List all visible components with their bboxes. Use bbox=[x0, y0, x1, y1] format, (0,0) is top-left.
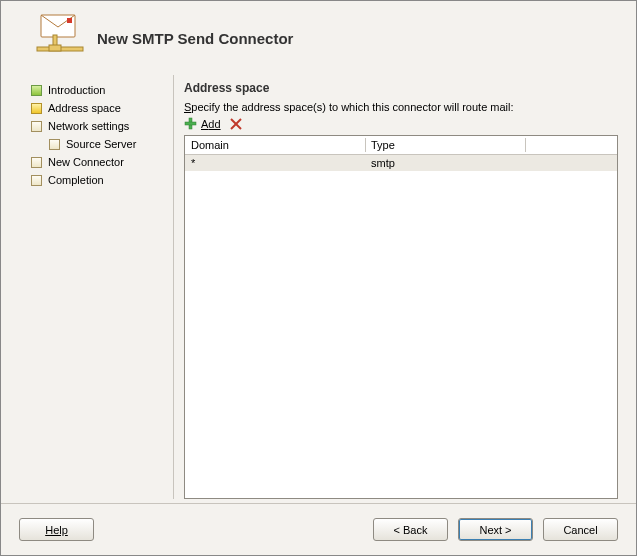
table-body: * smtp bbox=[185, 155, 617, 498]
address-space-toolbar: Add bbox=[184, 117, 618, 131]
back-button[interactable]: < Back bbox=[373, 518, 448, 541]
wizard-steps-nav: Introduction Address space Network setti… bbox=[17, 75, 167, 503]
nav-step-label: Network settings bbox=[48, 120, 129, 132]
plus-icon bbox=[184, 117, 198, 131]
table-row[interactable]: * smtp bbox=[185, 155, 617, 171]
add-button[interactable]: Add bbox=[184, 117, 221, 131]
table-header: Domain Type bbox=[185, 136, 617, 155]
step-indicator-icon bbox=[31, 175, 42, 186]
step-indicator-icon bbox=[31, 157, 42, 168]
svg-rect-1 bbox=[67, 18, 72, 23]
nav-step-label: New Connector bbox=[48, 156, 124, 168]
address-space-table: Domain Type * smtp bbox=[184, 135, 618, 499]
nav-step-label: Introduction bbox=[48, 84, 105, 96]
step-indicator-icon bbox=[49, 139, 60, 150]
nav-step-completion[interactable]: Completion bbox=[31, 171, 167, 189]
nav-step-source-server[interactable]: Source Server bbox=[31, 135, 167, 153]
nav-step-introduction[interactable]: Introduction bbox=[31, 81, 167, 99]
svg-rect-6 bbox=[185, 122, 196, 125]
mail-connector-icon bbox=[31, 9, 89, 67]
cell-domain: * bbox=[185, 155, 365, 171]
step-indicator-icon bbox=[31, 121, 42, 132]
remove-button[interactable] bbox=[229, 117, 243, 131]
nav-step-label: Address space bbox=[48, 102, 121, 114]
column-domain[interactable]: Domain bbox=[185, 136, 365, 154]
nav-step-label: Source Server bbox=[66, 138, 136, 150]
column-spacer bbox=[525, 136, 617, 154]
wizard-header: New SMTP Send Connector bbox=[1, 1, 636, 75]
nav-step-new-connector[interactable]: New Connector bbox=[31, 153, 167, 171]
wizard-content: Introduction Address space Network setti… bbox=[1, 75, 636, 503]
nav-step-network-settings[interactable]: Network settings bbox=[31, 117, 167, 135]
page-description-rest: pecify the address space(s) to which thi… bbox=[191, 101, 513, 113]
wizard-window: New SMTP Send Connector Introduction Add… bbox=[0, 0, 637, 556]
wizard-footer: Help < Back Next > Cancel bbox=[1, 503, 636, 555]
cell-type: smtp bbox=[365, 155, 525, 171]
next-button[interactable]: Next > bbox=[458, 518, 533, 541]
vertical-divider bbox=[173, 75, 174, 499]
column-type[interactable]: Type bbox=[365, 136, 525, 154]
cancel-button[interactable]: Cancel bbox=[543, 518, 618, 541]
wizard-page: Address space Specify the address space(… bbox=[180, 75, 620, 503]
help-button[interactable]: Help bbox=[19, 518, 94, 541]
step-indicator-icon bbox=[31, 85, 42, 96]
nav-step-label: Completion bbox=[48, 174, 104, 186]
step-indicator-icon bbox=[31, 103, 42, 114]
nav-step-address-space[interactable]: Address space bbox=[31, 99, 167, 117]
wizard-title: New SMTP Send Connector bbox=[97, 30, 293, 47]
svg-rect-4 bbox=[49, 45, 61, 51]
page-title: Address space bbox=[184, 81, 618, 95]
add-button-label: Add bbox=[201, 118, 221, 130]
page-description: Specify the address space(s) to which th… bbox=[184, 101, 618, 113]
cell-spacer bbox=[525, 155, 617, 171]
delete-x-icon bbox=[229, 117, 243, 131]
